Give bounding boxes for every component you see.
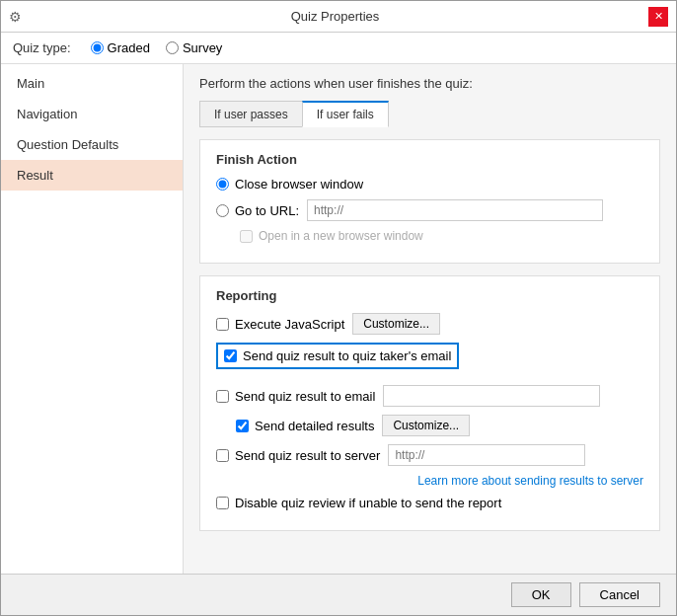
send-detailed-label[interactable]: Send detailed results: [236, 419, 374, 433]
send-detailed-text: Send detailed results: [255, 419, 374, 433]
finish-action-section: Finish Action Close browser window Go to…: [199, 139, 660, 264]
survey-radio-item[interactable]: Survey: [166, 40, 222, 55]
close-browser-row: Close browser window: [216, 177, 643, 192]
tabs-row: If user passes If user fails: [199, 101, 660, 127]
send-detailed-row: Send detailed results Customize...: [216, 415, 643, 436]
send-server-label[interactable]: Send quiz result to server: [216, 448, 380, 463]
content-area: Main Navigation Question Defaults Result…: [1, 64, 676, 574]
sidebar-item-question-defaults[interactable]: Question Defaults: [1, 129, 183, 160]
execute-js-text: Execute JavaScript: [235, 317, 344, 332]
close-button[interactable]: ✕: [648, 7, 668, 27]
execute-js-checkbox[interactable]: [216, 318, 229, 331]
learn-more-link[interactable]: Learn more about sending results to serv…: [417, 474, 643, 488]
send-email-row: Send quiz result to email: [216, 385, 643, 407]
cancel-button[interactable]: Cancel: [579, 582, 660, 607]
send-taker-email-highlighted-row: Send quiz result to quiz taker's email: [216, 343, 459, 369]
graded-label: Graded: [108, 40, 150, 55]
main-panel: Perform the actions when user finishes t…: [184, 64, 676, 574]
go-to-url-text: Go to URL:: [235, 203, 299, 218]
go-to-url-radio[interactable]: [216, 204, 229, 217]
footer: OK Cancel: [1, 574, 676, 615]
quiz-properties-dialog: ⚙ Quiz Properties ✕ Quiz type: Graded Su…: [0, 0, 677, 616]
go-to-url-row: Go to URL:: [216, 199, 643, 221]
new-window-label[interactable]: Open in a new browser window: [240, 229, 423, 243]
close-browser-text: Close browser window: [235, 177, 363, 192]
new-window-text: Open in a new browser window: [259, 229, 423, 243]
send-server-row: Send quiz result to server: [216, 444, 643, 466]
sidebar: Main Navigation Question Defaults Result: [1, 64, 184, 574]
execute-js-label[interactable]: Execute JavaScript: [216, 317, 344, 332]
go-to-url-label[interactable]: Go to URL:: [216, 203, 299, 218]
reporting-section: Reporting Execute JavaScript Customize..…: [199, 275, 660, 531]
close-browser-radio[interactable]: [216, 178, 229, 191]
ok-button[interactable]: OK: [511, 582, 571, 607]
quiz-type-label: Quiz type:: [13, 40, 71, 55]
quiz-type-radio-group: Graded Survey: [91, 40, 223, 55]
graded-radio-item[interactable]: Graded: [91, 40, 150, 55]
disable-review-row: Disable quiz review if unable to send th…: [216, 496, 643, 510]
disable-review-label[interactable]: Disable quiz review if unable to send th…: [216, 496, 501, 510]
learn-more-row: Learn more about sending results to serv…: [216, 474, 643, 488]
panel-description: Perform the actions when user finishes t…: [199, 76, 660, 91]
execute-js-row: Execute JavaScript Customize...: [216, 313, 643, 335]
send-taker-email-checkbox[interactable]: [224, 349, 237, 362]
new-window-checkbox[interactable]: [240, 230, 253, 243]
send-taker-email-wrapper: Send quiz result to quiz taker's email: [216, 343, 643, 377]
customize-js-button[interactable]: Customize...: [352, 313, 440, 335]
quiz-type-bar: Quiz type: Graded Survey: [1, 33, 676, 64]
send-taker-email-text: Send quiz result to quiz taker's email: [243, 348, 451, 363]
dialog-title: Quiz Properties: [291, 9, 380, 24]
server-url-input[interactable]: [388, 444, 585, 466]
send-email-label[interactable]: Send quiz result to email: [216, 389, 375, 404]
reporting-title: Reporting: [216, 288, 643, 303]
close-browser-label[interactable]: Close browser window: [216, 177, 363, 192]
send-email-text: Send quiz result to email: [235, 389, 375, 404]
graded-radio[interactable]: [91, 41, 104, 54]
disable-review-text: Disable quiz review if unable to send th…: [235, 496, 501, 510]
disable-review-checkbox[interactable]: [216, 497, 229, 509]
url-input[interactable]: [307, 199, 603, 221]
title-bar: ⚙ Quiz Properties ✕: [1, 1, 676, 33]
send-email-input[interactable]: [383, 385, 600, 407]
tab-if-user-fails[interactable]: If user fails: [302, 101, 389, 127]
send-server-checkbox[interactable]: [216, 449, 229, 462]
tab-if-user-passes[interactable]: If user passes: [199, 101, 302, 127]
survey-label: Survey: [183, 40, 222, 55]
finish-action-title: Finish Action: [216, 152, 643, 167]
survey-radio[interactable]: [166, 41, 179, 54]
send-email-checkbox[interactable]: [216, 390, 229, 403]
sidebar-item-main[interactable]: Main: [1, 68, 183, 99]
send-detailed-checkbox[interactable]: [236, 420, 249, 432]
send-taker-email-label[interactable]: Send quiz result to quiz taker's email: [224, 348, 451, 363]
new-window-row: Open in a new browser window: [240, 229, 643, 243]
sidebar-item-result[interactable]: Result: [1, 160, 183, 191]
gear-icon: ⚙: [9, 9, 22, 25]
sidebar-item-navigation[interactable]: Navigation: [1, 99, 183, 129]
send-server-text: Send quiz result to server: [235, 448, 380, 463]
customize-detailed-button[interactable]: Customize...: [382, 415, 470, 436]
